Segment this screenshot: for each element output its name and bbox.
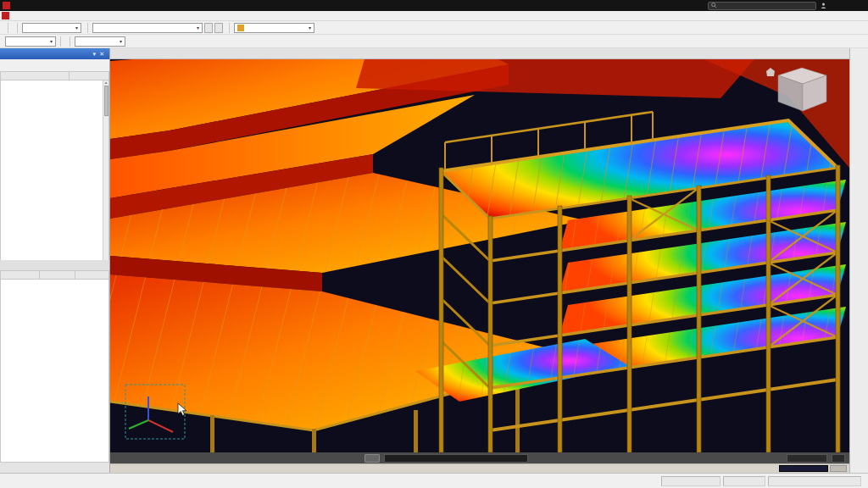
main-area: ▾ ✕ ▲ [0, 48, 868, 473]
chevron-down-icon: ▾ [309, 25, 311, 30]
units-box[interactable] [832, 454, 845, 463]
unit-column-header[interactable] [75, 271, 108, 279]
menu-bar [0, 11, 868, 21]
number-column-header[interactable] [70, 72, 108, 80]
view-mode-button[interactable] [364, 454, 380, 463]
layout-selector[interactable]: ▾ [234, 23, 314, 33]
status-bar [0, 473, 868, 488]
application-window: ▾ ▾ ▾ ▾ [0, 0, 868, 488]
z-level-selector[interactable] [384, 454, 528, 463]
viewport-column [110, 48, 849, 473]
tree-scrollbar-thumb[interactable] [104, 86, 108, 116]
user-icon [821, 3, 826, 8]
value-column-header[interactable] [40, 271, 75, 279]
view-tabs [110, 48, 849, 59]
viewport-bottom-bar [110, 452, 849, 463]
filter-combo[interactable]: ▾ [75, 36, 125, 47]
layout-icon [237, 25, 244, 31]
status-cell-1 [661, 476, 721, 486]
property-table-header [0, 270, 109, 280]
status-cell-2 [723, 476, 765, 486]
inspector-toolbar [0, 59, 109, 71]
view-scroll-button[interactable] [830, 465, 847, 472]
inspector-bottom-toolbar [0, 462, 109, 473]
inspector-tabs [0, 260, 109, 270]
title-bar [0, 0, 868, 11]
inspector-menu-button[interactable]: ▾ [92, 51, 98, 58]
previous-case-button[interactable] [204, 23, 213, 33]
viewport-3d[interactable] [110, 59, 849, 452]
chevron-down-icon: ▾ [75, 25, 78, 30]
object-tree: ▲ [0, 80, 109, 260]
maximize-button[interactable] [843, 1, 854, 10]
inspector-column-header [0, 71, 109, 80]
objects-column-header[interactable] [1, 72, 70, 80]
coordinates-box[interactable] [787, 454, 827, 463]
app-icon [3, 2, 10, 9]
object-inspector-panel: ▾ ✕ ▲ [0, 48, 110, 473]
chevron-down-icon: ▾ [120, 38, 122, 44]
chevron-down-icon: ▾ [197, 25, 199, 30]
object-inspector-header: ▾ ✕ [0, 48, 109, 59]
inspector-close-button[interactable]: ✕ [97, 51, 106, 58]
close-button[interactable] [854, 1, 865, 10]
robot-app-icon[interactable] [2, 12, 9, 19]
name-column-header[interactable] [1, 271, 40, 279]
minimize-button[interactable] [832, 1, 843, 10]
right-display-toolbar [849, 48, 868, 473]
next-case-button[interactable] [214, 23, 223, 33]
status-cell-3 [768, 476, 861, 486]
property-table-body [0, 280, 109, 462]
help-search-box[interactable] [708, 2, 816, 10]
search-icon [711, 3, 717, 8]
chevron-down-icon: ▾ [50, 38, 53, 44]
snap-combo[interactable]: ▾ [5, 36, 56, 47]
window-controls [832, 1, 865, 10]
toolbar-row-1: ▾ ▾ ▾ [0, 21, 868, 35]
view-thumbnail-strip [110, 463, 849, 473]
user-account[interactable] [821, 3, 828, 8]
load-case-selector[interactable]: ▾ [92, 23, 203, 33]
tree-scrollbar[interactable]: ▲ [103, 80, 108, 260]
toolbar-row-2: ▾ ▾ [0, 35, 868, 48]
3d-scene[interactable] [110, 59, 849, 452]
view-scroll-box[interactable] [779, 465, 828, 472]
help-search-input[interactable] [719, 3, 813, 8]
selection-combo[interactable]: ▾ [22, 23, 81, 33]
